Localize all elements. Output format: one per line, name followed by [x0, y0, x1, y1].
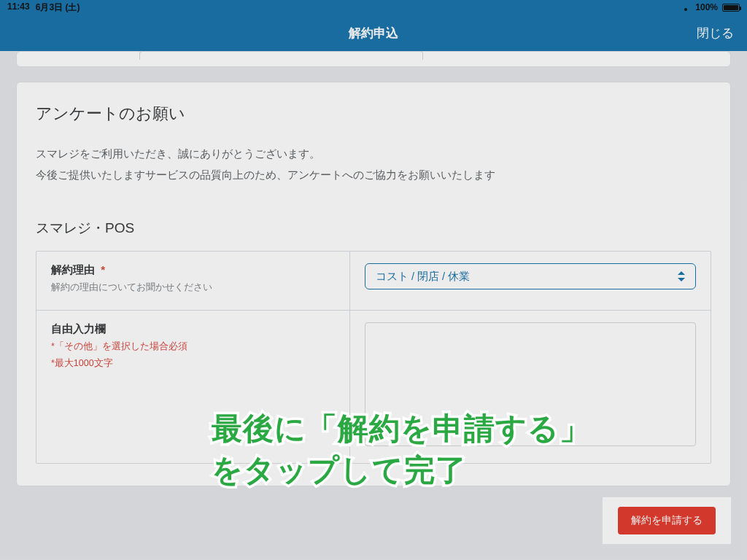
chevron-updown-icon — [678, 271, 685, 281]
required-mark: * — [101, 263, 105, 276]
action-bar: 解約を申請する — [603, 497, 731, 544]
battery-icon — [722, 4, 740, 12]
product-section-heading: スマレジ・POS — [36, 219, 711, 238]
freetext-input[interactable] — [365, 322, 696, 446]
submit-cancellation-button[interactable]: 解約を申請する — [618, 507, 716, 534]
survey-card: アンケートのお願い スマレジをご利用いただき、誠にありがとうございます。 今後ご… — [16, 82, 731, 486]
reason-label: 解約理由 — [51, 263, 95, 276]
reason-select[interactable]: コスト / 閉店 / 休業 — [365, 263, 696, 289]
status-date: 6月3日 (土) — [36, 1, 80, 14]
reason-row: 解約理由 * 解約の理由についてお聞かせください コスト / 閉店 / 休業 — [36, 252, 711, 310]
freetext-note-1: *「その他」を選択した場合必須 — [51, 341, 335, 353]
freetext-label-cell: 自由入力欄 *「その他」を選択した場合必須 *最大1000文字 — [36, 311, 350, 463]
reason-sublabel: 解約の理由についてお聞かせください — [51, 281, 335, 294]
ipad-status-bar: 11:43 6月3日 (土) 100% — [0, 0, 747, 15]
survey-heading: アンケートのお願い — [36, 103, 711, 125]
survey-intro: スマレジをご利用いただき、誠にありがとうございます。 今後ご提供いたしますサービ… — [36, 144, 711, 185]
reason-label-cell: 解約理由 * 解約の理由についてお聞かせください — [36, 252, 350, 310]
submit-button-label: 解約を申請する — [631, 514, 703, 526]
close-button[interactable]: 閉じる — [697, 15, 734, 51]
intro-line-2: 今後ご提供いたしますサービスの品質向上のため、アンケートへのご協力をお願いいたし… — [36, 165, 711, 186]
status-time: 11:43 — [7, 1, 30, 14]
page-content: アンケートのお願い スマレジをご利用いただき、誠にありがとうございます。 今後ご… — [0, 51, 747, 560]
survey-form: 解約理由 * 解約の理由についてお聞かせください コスト / 閉店 / 休業 自… — [36, 251, 711, 464]
close-button-label: 閉じる — [697, 25, 734, 42]
app-nav-bar: 解約申込 閉じる — [0, 15, 747, 51]
intro-line-1: スマレジをご利用いただき、誠にありがとうございます。 — [36, 144, 711, 165]
freetext-row: 自由入力欄 *「その他」を選択した場合必須 *最大1000文字 — [36, 310, 711, 463]
battery-percent: 100% — [695, 2, 718, 12]
wifi-icon — [681, 4, 691, 11]
nav-title: 解約申込 — [349, 25, 398, 42]
previous-card-fragment — [16, 51, 731, 67]
freetext-label: 自由入力欄 — [51, 322, 335, 336]
reason-select-value: コスト / 閉店 / 休業 — [376, 270, 470, 284]
freetext-note-2: *最大1000文字 — [51, 357, 335, 370]
